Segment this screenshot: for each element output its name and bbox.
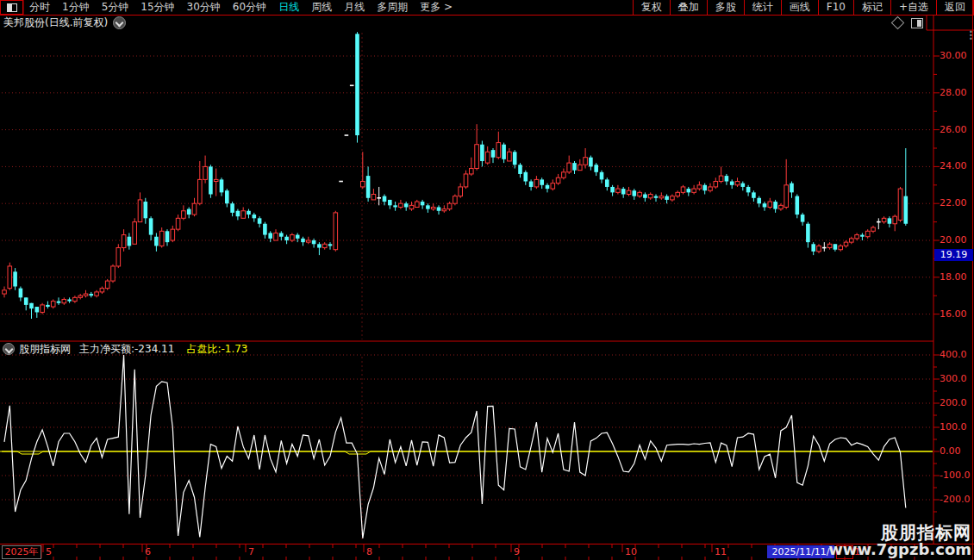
scrollbar-dots[interactable]: ••• (969, 31, 973, 41)
main-axis-label: 20.00 (940, 234, 967, 246)
month-label-8: 8 (366, 546, 372, 557)
main-net-buy-line (4, 355, 906, 538)
main-axis-label: 26.00 (940, 124, 967, 135)
period-tab-1分钟[interactable]: 1分钟 (56, 0, 96, 15)
layout-toggle-button[interactable] (0, 0, 23, 15)
chart-canvas (0, 0, 974, 560)
toolbar-button-统计[interactable]: 统计 (744, 0, 781, 15)
year-box[interactable]: 2025年 (2, 545, 41, 559)
watermark: 股朋指标网 www.7gpzb.com (828, 524, 971, 558)
watermark-url: www.7gpzb.com (828, 542, 971, 558)
indicator-source: 股朋指标网 (19, 342, 71, 357)
app-window: 分时1分钟5分钟15分钟30分钟60分钟日线周线月线多周期更多 > 复权叠加多股… (0, 0, 974, 560)
period-tab-30分钟[interactable]: 30分钟 (181, 0, 227, 15)
toolbar-button-多股[interactable]: 多股 (707, 0, 744, 15)
panel-layout-icon[interactable] (911, 18, 923, 28)
sub-axis-label: 0.00 (940, 445, 961, 457)
period-tab-5分钟[interactable]: 5分钟 (96, 0, 135, 15)
sub-axis-label: 100.0 (940, 421, 967, 432)
sub-axis-label: 200.0 (940, 397, 967, 408)
main-axis-label: 24.00 (940, 160, 967, 171)
toolbar-button-标记[interactable]: 标记 (853, 0, 890, 15)
sub-axis-label: -100.0 (940, 470, 970, 481)
indicator-ratio-value: 占盘比:-1.73 (186, 342, 247, 357)
sub-axis-label: 300.0 (940, 373, 967, 384)
period-tab-多周期[interactable]: 多周期 (371, 0, 414, 15)
month-label-9: 9 (514, 546, 520, 557)
sub-axis-label: 400.0 (940, 349, 967, 360)
toolbar-button-返回[interactable]: 返回 (936, 0, 974, 15)
toolbar-button-叠加[interactable]: 叠加 (670, 0, 707, 15)
toolbar-actions: 复权叠加多股统计画线F10标记+自选返回 (633, 0, 974, 15)
month-label-7: 7 (248, 546, 254, 557)
main-axis-label: 18.00 (940, 271, 967, 283)
candles-group (3, 32, 908, 319)
period-tabs: 分时1分钟5分钟15分钟30分钟60分钟日线周线月线多周期更多 > (23, 0, 459, 15)
period-tab-分时[interactable]: 分时 (23, 0, 56, 15)
period-tab-15分钟[interactable]: 15分钟 (134, 0, 180, 15)
title-row: 美邦股份(日线.前复权) (0, 16, 931, 30)
month-label-5: 5 (46, 546, 52, 557)
split-layout-icon (7, 3, 17, 12)
toolbar-button-复权[interactable]: 复权 (633, 0, 670, 15)
ratio-zero-line (0, 451, 933, 454)
stock-title: 美邦股份(日线.前复权) (3, 16, 108, 30)
frame-lines (0, 0, 974, 560)
selected-date-tag: 2025/11/11/二 (767, 545, 834, 558)
toolbar-button-画线[interactable]: 画线 (781, 0, 818, 15)
toolbar-button-+自选[interactable]: +自选 (890, 0, 936, 15)
indicator-header: 股朋指标网 主力净买额:-234.11 占盘比:-1.73 (0, 343, 931, 355)
main-axis-label: 22.00 (940, 197, 967, 208)
period-tab-更多 >[interactable]: 更多 > (414, 0, 459, 15)
collapse-chevron-icon[interactable] (113, 16, 126, 29)
axis-ticks (41, 56, 940, 560)
month-label-11: 11 (715, 546, 727, 557)
top-toolbar: 分时1分钟5分钟15分钟30分钟60分钟日线周线月线多周期更多 > 复权叠加多股… (0, 0, 974, 15)
watermark-brand: 股朋指标网 (828, 524, 971, 542)
month-label-10: 10 (625, 546, 637, 557)
main-axis-label: 16.00 (940, 308, 967, 320)
main-axis-label: 28.00 (940, 87, 967, 98)
period-tab-60分钟[interactable]: 60分钟 (227, 0, 272, 15)
diamond-icon[interactable] (891, 16, 905, 30)
main-axis-label: 30.00 (940, 50, 967, 61)
sub-axis-label: -200.0 (940, 494, 970, 505)
indicator-main-value: 主力净买额:-234.11 (79, 342, 174, 357)
period-tab-周线[interactable]: 周线 (305, 0, 338, 15)
indicator-collapse-icon[interactable] (3, 343, 15, 355)
toolbar-button-F10[interactable]: F10 (818, 0, 853, 15)
gridlines (2, 33, 933, 541)
indicator-group (0, 355, 933, 538)
month-label-6: 6 (145, 546, 151, 557)
period-tab-日线[interactable]: 日线 (272, 0, 305, 15)
period-tab-月线[interactable]: 月线 (338, 0, 371, 15)
last-price-tag: 19.19 (934, 249, 973, 261)
